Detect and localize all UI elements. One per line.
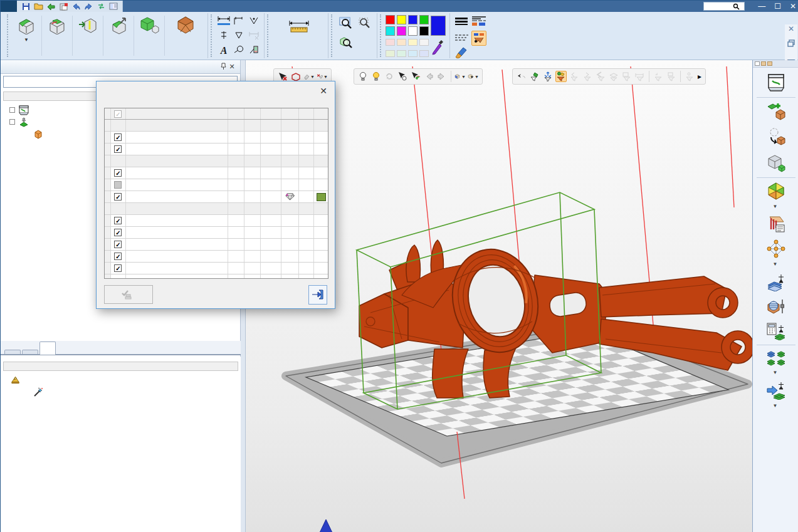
open-icon[interactable] xyxy=(33,2,43,11)
dimension-edit-icon-disabled[interactable] xyxy=(248,30,260,42)
remove-extend-button[interactable] xyxy=(43,14,71,57)
menu-analysis[interactable] xyxy=(262,6,273,7)
redo-icon[interactable] xyxy=(83,2,93,11)
row-checkbox[interactable] xyxy=(114,229,122,236)
menu-tools[interactable] xyxy=(249,6,261,7)
color-yellow[interactable] xyxy=(397,15,406,24)
select-light-icon[interactable] xyxy=(397,71,408,82)
display-settings-icon[interactable] xyxy=(471,31,486,46)
render-options-icon[interactable] xyxy=(410,71,421,82)
row-checkbox[interactable] xyxy=(114,253,122,260)
zoom-window-icon[interactable] xyxy=(339,16,354,32)
undo-icon[interactable] xyxy=(71,2,81,11)
color-current[interactable] xyxy=(431,16,446,36)
tab-3dp-objects[interactable] xyxy=(39,342,56,355)
support-manager-button[interactable] xyxy=(753,212,798,237)
view-forward-icon[interactable] xyxy=(436,71,448,82)
add-3dp-component-button[interactable] xyxy=(753,99,798,125)
slice-viewer-button[interactable] xyxy=(753,295,798,319)
menu-wireframe[interactable] xyxy=(187,6,198,7)
filter-edit-icon[interactable] xyxy=(529,71,540,82)
color-picker-icon[interactable] xyxy=(431,39,447,58)
zoom-selected-icon[interactable] xyxy=(357,16,372,32)
expand-icon[interactable] xyxy=(9,107,15,113)
dialog-options-icon[interactable] xyxy=(108,2,118,11)
filter-dim-icon[interactable] xyxy=(634,71,646,82)
resize-rounds-button[interactable] xyxy=(105,14,132,57)
menu-window[interactable] xyxy=(275,6,286,7)
search-input[interactable] xyxy=(704,3,733,10)
color-pale-white[interactable] xyxy=(419,39,429,46)
menu-3dprinting[interactable] xyxy=(224,6,236,7)
linear-dimension-icon[interactable] xyxy=(217,15,231,28)
row-checkbox[interactable] xyxy=(114,241,122,248)
color-red[interactable] xyxy=(386,15,395,24)
filter-move-icon[interactable] xyxy=(542,71,554,82)
minimize-button[interactable]: — xyxy=(758,2,765,11)
measurement-button[interactable] xyxy=(273,14,325,57)
color-blue[interactable] xyxy=(408,15,417,24)
datum-dimension-icon[interactable] xyxy=(219,30,229,42)
update-icon[interactable] xyxy=(96,2,106,11)
ordinate-dimension-icon[interactable] xyxy=(233,16,244,28)
collapse-icon[interactable] xyxy=(9,119,15,125)
filter-point-icon[interactable] xyxy=(653,71,664,82)
zoom-object-icon[interactable] xyxy=(339,35,354,51)
exit-dialog-button[interactable] xyxy=(308,285,327,305)
save-icon[interactable] xyxy=(21,2,31,11)
tab-assembly[interactable] xyxy=(4,350,21,354)
copy-array-button[interactable]: ▼ xyxy=(753,347,798,378)
color-pale-mint[interactable] xyxy=(397,50,406,57)
3dp-analysis-button[interactable]: ▼ xyxy=(753,179,798,212)
check-button[interactable] xyxy=(104,285,153,304)
direct-modeling-button[interactable] xyxy=(74,14,102,57)
row-checkbox[interactable] xyxy=(114,193,122,201)
print-estimation-button[interactable] xyxy=(753,319,798,343)
filter-curve-icon[interactable] xyxy=(666,71,677,82)
regenerate-icon[interactable] xyxy=(384,71,395,82)
search-box[interactable] xyxy=(703,2,745,11)
row-checkbox[interactable] xyxy=(114,133,122,141)
toolbar-overflow-icon[interactable]: ▸ xyxy=(697,71,702,82)
menu-solid[interactable] xyxy=(199,6,211,7)
filter-plane-icon[interactable] xyxy=(608,71,619,82)
menu-view[interactable] xyxy=(174,6,186,7)
calculate-slices-button[interactable] xyxy=(753,270,798,295)
undo-view-icon[interactable] xyxy=(516,71,527,82)
paintbrush-icon[interactable] xyxy=(454,46,468,61)
dialog-close-icon[interactable]: ✕ xyxy=(320,86,327,96)
menu-file[interactable] xyxy=(149,6,160,7)
position-body-button[interactable] xyxy=(753,125,798,150)
menu-mesh[interactable] xyxy=(212,6,223,7)
machining-offset-button[interactable] xyxy=(166,14,205,57)
view-back-icon[interactable] xyxy=(423,71,434,82)
filter-back-icon[interactable] xyxy=(595,71,606,82)
create-lattice-button[interactable]: ▼ xyxy=(753,237,798,270)
panel-close-icon[interactable]: ✕ xyxy=(228,63,236,71)
row-checkbox[interactable] xyxy=(114,145,122,153)
round-button[interactable]: ▼ xyxy=(13,14,40,57)
filter-uv-icon[interactable] xyxy=(621,71,633,82)
filter-settings-icon[interactable] xyxy=(684,71,695,82)
leader-note-icon[interactable] xyxy=(249,45,259,56)
tab-sets[interactable] xyxy=(22,350,38,354)
mesh-gem-icon[interactable] xyxy=(285,193,295,201)
pin-icon[interactable] xyxy=(219,63,228,71)
pick-mode-icon[interactable]: ▼ xyxy=(468,71,479,82)
color-cyan[interactable] xyxy=(386,26,395,36)
color-pale-blue[interactable] xyxy=(419,50,429,57)
color-black[interactable] xyxy=(419,26,429,36)
taper-dimension-icon[interactable] xyxy=(234,31,243,41)
filter-next-icon[interactable] xyxy=(582,71,593,82)
color-pale-cyan[interactable] xyxy=(408,50,417,57)
display-mode-icon[interactable]: ▼ xyxy=(454,71,466,82)
volume-color-swatch[interactable] xyxy=(317,193,326,201)
send-to-printer-button[interactable]: ▼ xyxy=(753,378,798,412)
light-on-icon[interactable] xyxy=(370,71,382,82)
angle-dimension-icon[interactable] xyxy=(249,16,259,27)
color-pale-yellow[interactable] xyxy=(408,39,417,46)
maximize-button[interactable]: ☐ xyxy=(774,2,781,11)
mdi-restore-icon[interactable] xyxy=(787,39,795,49)
color-green[interactable] xyxy=(419,15,429,24)
color-white[interactable] xyxy=(408,26,417,36)
